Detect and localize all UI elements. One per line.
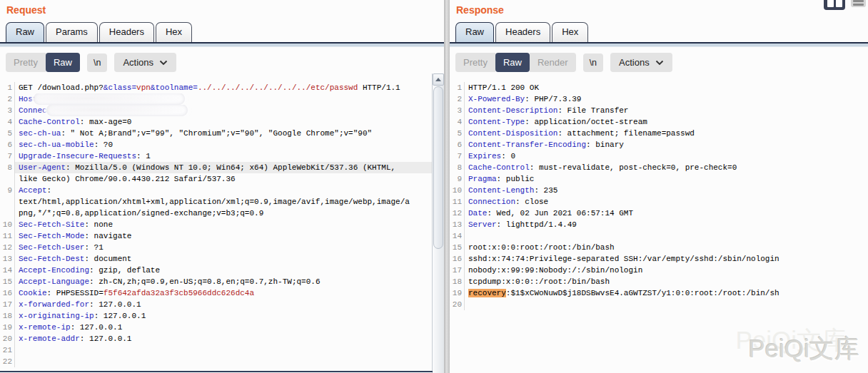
tab-raw[interactable]: Raw <box>6 22 44 42</box>
editor-row[interactable]: 7Expires: 0 <box>450 150 868 162</box>
editor-row[interactable]: 15root:x:0:0:root:/root:/bin/bash <box>450 242 868 253</box>
line-content[interactable]: Host: <box>15 93 432 105</box>
line-content[interactable]: Sec-Fetch-Mode: navigate <box>15 230 432 242</box>
scroll-up-arrow-icon[interactable] <box>433 73 444 86</box>
line-content[interactable]: GET /download.php?&class=vpn&toolname=..… <box>15 82 432 93</box>
editor-row[interactable]: 1HTTP/1.1 200 OK <box>450 82 868 93</box>
editor-row[interactable]: 14Accept-Encoding: gzip, deflate <box>0 265 432 276</box>
render-button[interactable]: Render <box>530 53 576 72</box>
line-content[interactable]: Cache-Control: must-revalidate, post-che… <box>465 162 868 173</box>
editor-row[interactable]: 12Date: Wed, 02 Jun 2021 06:57:14 GMT <box>450 208 868 219</box>
newline-toggle-button[interactable]: \n <box>583 53 603 72</box>
editor-row[interactable]: 8User-Agent: Mozilla/5.0 (Windows NT 10.… <box>0 162 432 173</box>
line-content[interactable]: Accept-Encoding: gzip, deflate <box>15 265 432 276</box>
line-content[interactable]: sec-ch-ua: " Not A;Brand";v="99", "Chrom… <box>15 128 432 139</box>
line-content[interactable]: Connection: <box>15 105 432 116</box>
request-scrollbar[interactable] <box>432 73 444 373</box>
editor-row[interactable]: 1GET /download.php?&class=vpn&toolname=.… <box>0 82 432 93</box>
line-content[interactable]: Sec-Fetch-Site: none <box>15 219 432 230</box>
line-content[interactable]: X-Powered-By: PHP/7.3.39 <box>465 93 868 105</box>
editor-row[interactable]: 4Content-Type: application/octet-stream <box>450 116 868 128</box>
editor-row[interactable]: like Gecko) Chrome/90.0.4430.212 Safari/… <box>0 173 432 185</box>
editor-row[interactable]: 9Pragma: public <box>450 173 868 185</box>
editor-row[interactable]: 20 <box>450 299 868 310</box>
editor-row[interactable]: 17x-forwarded-for: 127.0.0.1 <box>0 299 432 310</box>
response-editor[interactable]: 1HTTP/1.1 200 OK2X-Powered-By: PHP/7.3.3… <box>450 78 868 310</box>
editor-row[interactable]: 11Connection: close <box>450 196 868 208</box>
line-content[interactable]: Content-Description: File Transfer <box>465 105 868 116</box>
editor-row[interactable]: text/html,application/xhtml+xml,applicat… <box>0 196 432 208</box>
line-content[interactable]: Content-Type: application/octet-stream <box>465 116 868 128</box>
editor-row[interactable]: 2Host: <box>0 93 432 105</box>
editor-row[interactable]: 21 <box>0 344 432 356</box>
line-content[interactable]: Date: Wed, 02 Jun 2021 06:57:14 GMT <box>465 208 868 219</box>
editor-row[interactable]: 18x-originating-ip: 127.0.0.1 <box>0 310 432 322</box>
line-content[interactable]: Accept: <box>15 185 432 196</box>
editor-row[interactable]: 4Cache-Control: max-age=0 <box>0 116 432 128</box>
editor-row[interactable]: 19x-remote-ip: 127.0.0.1 <box>0 322 432 333</box>
editor-row[interactable]: 13Server: lighttpd/1.4.49 <box>450 219 868 230</box>
tab-raw[interactable]: Raw <box>455 22 494 42</box>
editor-row[interactable]: 17nobody:x:99:99:Nobody:/:/sbin/nologin <box>450 265 868 276</box>
line-content[interactable]: Cookie: PHPSESSID=f5f642afda32a3f3cb5966… <box>15 287 432 299</box>
editor-row[interactable]: 8Cache-Control: must-revalidate, post-ch… <box>450 162 868 173</box>
editor-row[interactable]: 11Sec-Fetch-Mode: navigate <box>0 230 432 242</box>
editor-row[interactable]: 15Accept-Language: zh-CN,zh;q=0.9,en-US;… <box>0 276 432 287</box>
line-content[interactable] <box>15 356 432 367</box>
line-content[interactable]: png,*/*;q=0.8,application/signed-exchang… <box>15 208 432 219</box>
editor-row[interactable]: png,*/*;q=0.8,application/signed-exchang… <box>0 208 432 219</box>
line-content[interactable]: x-originating-ip: 127.0.0.1 <box>15 310 432 322</box>
line-content[interactable]: Content-Transfer-Encoding: binary <box>465 139 868 150</box>
editor-row[interactable]: 16Cookie: PHPSESSID=f5f642afda32a3f3cb59… <box>0 287 432 299</box>
line-content[interactable]: x-forwarded-for: 127.0.0.1 <box>15 299 432 310</box>
editor-row[interactable]: 10Sec-Fetch-Site: none <box>0 219 432 230</box>
editor-row[interactable]: 5Content-Disposition: attachment; filena… <box>450 128 868 139</box>
tab-hex[interactable]: Hex <box>552 22 588 42</box>
editor-row[interactable]: 6sec-ch-ua-mobile: ?0 <box>0 139 432 150</box>
line-content[interactable]: x-remote-ip: 127.0.0.1 <box>15 322 432 333</box>
line-content[interactable]: Upgrade-Insecure-Requests: 1 <box>15 150 432 162</box>
line-content[interactable]: Expires: 0 <box>465 150 868 162</box>
editor-row[interactable]: 14 <box>450 230 868 242</box>
tab-headers[interactable]: Headers <box>495 22 550 42</box>
line-content[interactable] <box>465 299 868 310</box>
editor-row[interactable]: 2X-Powered-By: PHP/7.3.39 <box>450 93 868 105</box>
editor-row[interactable]: 16sshd:x:74:74:Privilege-separated SSH:/… <box>450 253 868 265</box>
line-content[interactable]: sec-ch-ua-mobile: ?0 <box>15 139 432 150</box>
line-content[interactable]: nobody:x:99:99:Nobody:/:/sbin/nologin <box>465 265 868 276</box>
tab-hex[interactable]: Hex <box>156 22 192 42</box>
line-content[interactable]: Content-Length: 235 <box>465 185 868 196</box>
line-content[interactable]: Content-Disposition: attachment; filenam… <box>465 128 868 139</box>
newline-toggle-button[interactable]: \n <box>87 53 107 72</box>
line-content[interactable] <box>465 230 868 242</box>
split-view-icon[interactable] <box>824 0 845 10</box>
actions-button[interactable]: Actions <box>114 53 176 72</box>
line-content[interactable]: Connection: close <box>465 196 868 208</box>
line-content[interactable]: root:x:0:0:root:/root:/bin/bash <box>465 242 868 253</box>
pretty-button[interactable]: Pretty <box>6 53 46 72</box>
line-content[interactable]: Cache-Control: max-age=0 <box>15 116 432 128</box>
line-content[interactable]: Sec-Fetch-User: ?1 <box>15 242 432 253</box>
line-content[interactable]: Accept-Language: zh-CN,zh;q=0.9,en-US;q=… <box>15 276 432 287</box>
hamburger-menu-icon[interactable] <box>851 0 866 7</box>
editor-row[interactable]: 6Content-Transfer-Encoding: binary <box>450 139 868 150</box>
line-content[interactable]: like Gecko) Chrome/90.0.4430.212 Safari/… <box>15 173 432 185</box>
editor-row[interactable]: 3Content-Description: File Transfer <box>450 105 868 116</box>
line-content[interactable]: Pragma: public <box>465 173 868 185</box>
line-content[interactable]: HTTP/1.1 200 OK <box>465 82 868 93</box>
line-content[interactable]: tcpdump:x:0:0::/root:/bin/bash <box>465 276 868 287</box>
raw-button[interactable]: Raw <box>46 53 80 72</box>
actions-button[interactable]: Actions <box>610 53 672 72</box>
editor-row[interactable]: 13Sec-Fetch-Dest: document <box>0 253 432 265</box>
line-content[interactable]: Server: lighttpd/1.4.49 <box>465 219 868 230</box>
line-content[interactable]: x-remote-addr: 127.0.0.1 <box>15 333 432 344</box>
editor-row[interactable]: 18tcpdump:x:0:0::/root:/bin/bash <box>450 276 868 287</box>
editor-row[interactable]: 3Connection: <box>0 105 432 116</box>
editor-row[interactable]: 19recovery:$1$xCWoNuwD$j18DSBwvsE4.aGWTZ… <box>450 287 868 299</box>
line-content[interactable]: sshd:x:74:74:Privilege-separated SSH:/va… <box>465 253 868 265</box>
line-content[interactable]: text/html,application/xhtml+xml,applicat… <box>15 196 432 208</box>
tab-headers[interactable]: Headers <box>99 22 154 42</box>
request-editor[interactable]: 1GET /download.php?&class=vpn&toolname=.… <box>0 78 432 367</box>
pretty-button[interactable]: Pretty <box>455 53 495 72</box>
line-content[interactable]: User-Agent: Mozilla/5.0 (Windows NT 10.0… <box>15 162 432 173</box>
